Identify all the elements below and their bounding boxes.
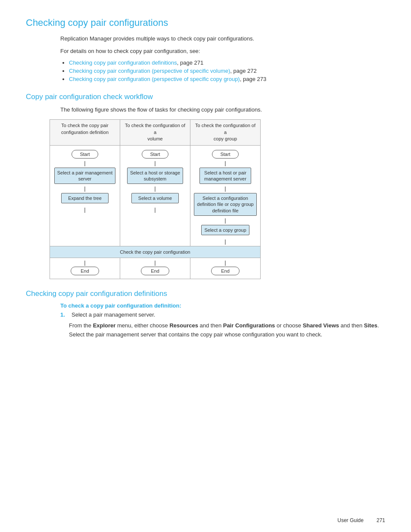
link-definitions[interactable]: Checking copy pair configuration definit… [69,59,177,66]
node-select-config-def: Select a configurationdefinition file or… [194,193,256,216]
page-content: Checking copy pair configurations Replic… [0,0,411,373]
arrow-2c: | [154,207,156,212]
bold-pair-config: Pair Configurations [223,322,275,329]
node-select-copy-group: Select a copy group [201,225,249,235]
main-section: Checking copy pair configurations Replic… [26,17,385,82]
arrow-1c: | [84,207,85,212]
bold-sites: Sites [364,322,377,329]
node-select-host-mgmt: Select a host or pairmanagement server [199,168,251,184]
arrow-end-1: | [52,260,118,265]
bold-explorer: Explorer [93,322,116,329]
node-end-3: End [211,267,240,275]
bold-shared-views: Shared Views [303,322,339,329]
arrow-2b: | [154,186,156,191]
main-title: Checking copy pair configurations [26,17,385,28]
link-volume[interactable]: Checking copy pair configuration (perspe… [69,68,230,74]
end-cell-3: | End [190,258,261,279]
footer: User Guide 271 [337,517,385,523]
step-1-text: Select a pair management server. [72,311,155,318]
arrow-1a: | [84,160,85,166]
col-3: Start | Select a host or pairmanagement … [190,145,261,246]
arrow-3c: | [224,218,226,223]
node-select-mgmt: Select a pair managementserver [54,168,115,184]
arrow-end-2: | [122,260,188,265]
col-header-2: To check the configuration of avolume [120,120,190,145]
node-start-1: Start [72,150,98,159]
figure-desc: The following figure shows the flow of t… [60,106,385,115]
node-end-1: End [71,267,99,275]
col-2: Start | Select a host or storagesubsyste… [120,145,190,246]
step-1-row: 1. Select a pair management server. [60,311,385,318]
bottom-bar: Check the copy pair configuration [50,246,261,258]
list-item: Checking copy pair configuration (perspe… [69,68,385,74]
intro-para-1: Replication Manager provides multiple wa… [60,34,385,44]
arrow-2a: | [154,160,156,166]
col-3-body: Start | Select a host or pairmanagement … [190,146,260,246]
node-end-2: End [141,267,169,275]
col-header-3: To check the configuration of acopy grou… [190,120,261,145]
subsection-workflow: Copy pair configuration check workflow T… [26,93,385,280]
footer-page: 271 [377,517,385,523]
list-item: Checking copy pair configuration definit… [69,59,385,66]
footer-inner: User Guide 271 [337,517,385,523]
step-1-detail: From the Explorer menu, either choose Re… [69,321,385,339]
step-procedure-label: To check a copy pair configuration defin… [60,302,385,309]
arrow-end-3: | [192,260,258,265]
end-cell-1: | End [50,258,120,279]
footer-label: User Guide [337,517,364,523]
node-select-host-storage: Select a host or storagesubsystem [127,168,183,184]
page-ref-2: , page 272 [230,68,256,74]
bullet-list: Checking copy pair configuration definit… [69,59,385,82]
bold-resources: Resources [169,322,198,329]
arrow-3a: | [224,160,226,166]
node-start-2: Start [142,150,168,159]
col-2-body: Start | Select a host or storagesubsyste… [120,146,190,215]
subsection-title-workflow: Copy pair configuration check workflow [26,93,385,101]
node-expand-tree: Expand the tree [61,193,109,203]
arrow-3b: | [224,186,226,191]
node-select-volume: Select a volume [131,193,179,203]
link-copygroup[interactable]: Checking copy pair configuration (perspe… [69,76,240,82]
list-item: Checking copy pair configuration (perspe… [69,76,385,82]
workflow-diagram: To check the copy pairconfiguration defi… [50,119,385,279]
node-start-3: Start [212,150,238,159]
arrow-1b: | [84,186,85,191]
col-1-body: Start | Select a pair managementserver |… [50,146,120,215]
step-1-num: 1. [60,311,68,318]
subsection-title-definitions: Checking copy pair configuration definit… [26,289,385,298]
col-1: Start | Select a pair managementserver |… [50,145,120,246]
page-ref-1: , page 271 [177,59,203,66]
workflow-table: To check the copy pairconfiguration defi… [50,119,261,279]
page-ref-3: , page 273 [240,76,266,82]
subsection-definitions: Checking copy pair configuration definit… [26,289,385,339]
col-header-1: To check the copy pairconfiguration defi… [50,120,120,145]
end-cell-2: | End [120,258,190,279]
intro-para-2: For details on how to check copy pair co… [60,47,385,56]
arrow-3d: | [224,239,226,244]
